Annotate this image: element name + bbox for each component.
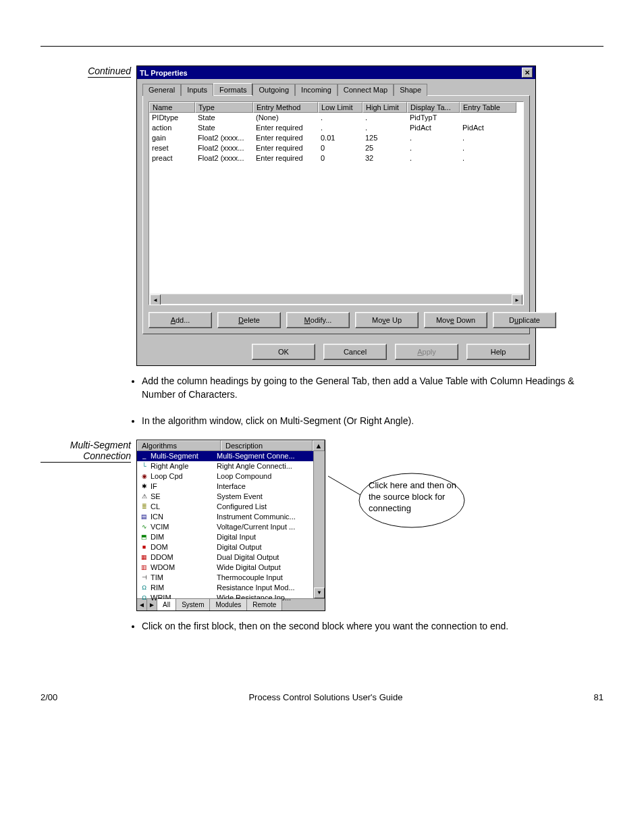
list-item[interactable]: ∿VCIMVoltage/Current Input ... <box>137 522 313 532</box>
tab-incoming[interactable]: Incoming <box>295 84 338 96</box>
movedown-button[interactable]: Move Down <box>424 312 487 328</box>
algo-tab-all[interactable]: All <box>157 599 176 610</box>
section-label-multisegment: Multi-Segment Connection <box>41 440 131 463</box>
list-item[interactable]: ⬒DIMDigital Input <box>137 532 313 542</box>
cell-disp: . <box>407 133 460 143</box>
tab-formats[interactable]: Formats <box>213 83 252 95</box>
cell-low: 0.01 <box>318 133 363 143</box>
tab-strip: General Inputs Formats Outgoing Incoming… <box>137 79 535 95</box>
scroll-left-icon[interactable]: ◄ <box>150 294 161 305</box>
algo-tab-modules[interactable]: Modules <box>210 599 247 610</box>
listview-hscroll[interactable]: ◄ ► <box>150 294 522 304</box>
modify-button[interactable]: Modify... <box>286 312 350 328</box>
list-item[interactable]: ▥WDOMWide Digital Output <box>137 563 313 573</box>
list-icon: ≣ <box>140 502 149 511</box>
loop-icon: ◉ <box>140 472 149 481</box>
algo-name: SE <box>151 492 161 502</box>
scroll-down-icon[interactable]: ▼ <box>314 588 325 598</box>
algo-desc: Digital Input <box>214 532 313 542</box>
angle-icon: └ <box>140 462 149 471</box>
cancel-button[interactable]: Cancel <box>323 344 387 360</box>
table-row[interactable]: gainFloat2 (xxxx...Enter required0.01125… <box>149 133 523 143</box>
alarm-icon: ⚠ <box>140 492 149 501</box>
algo-desc: Instrument Communic... <box>214 512 313 522</box>
cell-high: 32 <box>363 153 407 163</box>
list-item[interactable]: ΩRIMResistance Input Mod... <box>137 583 313 593</box>
scroll-up-icon[interactable]: ▲ <box>313 440 325 451</box>
cell-low: . <box>318 113 363 123</box>
instruction-bullet: Add the column headings by going to the … <box>142 374 603 402</box>
list-item[interactable]: ⊣TIMThermocouple Input <box>137 573 313 583</box>
list-item[interactable]: ⚠SESystem Event <box>137 492 313 502</box>
cell-name: PIDtype <box>149 113 195 123</box>
formats-listview[interactable]: Name Type Entry Method Low Limit High Li… <box>149 101 524 305</box>
algo-col-algorithms[interactable]: Algorithms <box>137 440 221 451</box>
algo-col-description[interactable]: Description <box>221 440 313 451</box>
algo-desc: Multi-Segment Conne... <box>214 451 313 461</box>
algo-desc: Right Angle Connecti... <box>214 461 313 471</box>
cell-low: 0 <box>318 153 363 163</box>
moveup-button[interactable]: Move Up <box>355 312 419 328</box>
instruction-bullet: Click on the first block, then on the se… <box>142 619 603 633</box>
cell-entry: Enter required <box>253 143 318 153</box>
apply-button[interactable]: Apply <box>395 344 458 360</box>
wdom-icon: ▥ <box>140 563 149 572</box>
close-icon[interactable]: ✕ <box>522 68 533 78</box>
duplicate-button[interactable]: Duplicate <box>493 312 556 328</box>
list-item[interactable]: ✱IFInterface <box>137 481 313 492</box>
algo-tab-system[interactable]: System <box>176 599 210 610</box>
cell-type: State <box>195 113 253 123</box>
col-entry[interactable]: Entry Method <box>253 102 318 113</box>
table-row[interactable]: preactFloat2 (xxxx...Enter required032.. <box>149 153 523 163</box>
callout-text: Click here and then on the source block … <box>369 480 470 515</box>
cell-high: . <box>363 123 407 133</box>
cell-name: gain <box>149 133 195 143</box>
add-button[interactable]: Add... <box>149 312 212 328</box>
help-button[interactable]: Help <box>466 344 530 360</box>
tab-outgoing[interactable]: Outgoing <box>252 84 295 96</box>
col-etab[interactable]: Entry Table <box>460 102 516 113</box>
section-label-continued: Continued <box>88 66 131 78</box>
scroll-right-icon[interactable]: ► <box>512 294 522 305</box>
algorithms-list[interactable]: Algorithms Description ▲ ⎯Multi-SegmentM… <box>136 440 325 611</box>
footer-left: 2/00 <box>41 692 57 702</box>
rim-icon: Ω <box>140 583 149 592</box>
col-name[interactable]: Name <box>149 102 195 113</box>
delete-button[interactable]: Delete <box>217 312 281 328</box>
col-high[interactable]: High Limit <box>363 102 407 113</box>
col-low[interactable]: Low Limit <box>318 102 363 113</box>
table-row[interactable]: PIDtypeState(None)..PidTypT <box>149 113 523 123</box>
vcim-icon: ∿ <box>140 523 149 531</box>
table-row[interactable]: resetFloat2 (xxxx...Enter required025.. <box>149 143 523 153</box>
tab-nav-right-icon[interactable]: ► <box>147 599 157 610</box>
cell-type: Float2 (xxxx... <box>195 133 253 143</box>
cell-disp: . <box>407 153 460 163</box>
algo-name: TIM <box>151 573 163 583</box>
algo-tab-remote[interactable]: Remote <box>247 599 282 610</box>
list-item[interactable]: └Right AngleRight Angle Connecti... <box>137 461 313 471</box>
svg-line-1 <box>328 476 360 495</box>
algo-desc: Thermocouple Input <box>214 573 313 583</box>
algo-vscroll[interactable]: ▼ <box>313 451 325 598</box>
list-item[interactable]: ■DOMDigital Output <box>137 542 313 552</box>
cell-type: Float2 (xxxx... <box>195 153 253 163</box>
list-item[interactable]: ◉Loop CpdLoop Compound <box>137 471 313 481</box>
algo-name: WDOM <box>151 563 175 573</box>
list-item[interactable]: ▦DDOMDual Digital Output <box>137 552 313 563</box>
callout: Click here and then on the source block … <box>338 468 473 544</box>
col-type[interactable]: Type <box>195 102 253 113</box>
tab-inputs[interactable]: Inputs <box>181 84 213 96</box>
table-row[interactable]: actionStateEnter required..PidActPidAct <box>149 123 523 133</box>
cell-disp: PidTypT <box>407 113 460 123</box>
tab-nav-left-icon[interactable]: ◄ <box>137 599 147 610</box>
list-item[interactable]: ⎯Multi-SegmentMulti-Segment Conne... <box>137 451 313 461</box>
tab-general[interactable]: General <box>142 84 181 96</box>
cell-low: . <box>318 123 363 133</box>
list-item[interactable]: ▤ICNInstrument Communic... <box>137 512 313 522</box>
tab-shape[interactable]: Shape <box>394 84 427 96</box>
tab-connect-map[interactable]: Connect Map <box>338 84 394 96</box>
list-item[interactable]: ≣CLConfigured List <box>137 502 313 512</box>
col-disp[interactable]: Display Ta... <box>407 102 460 113</box>
algo-desc: Resistance Input Mod... <box>214 583 313 593</box>
ok-button[interactable]: OK <box>252 344 315 360</box>
